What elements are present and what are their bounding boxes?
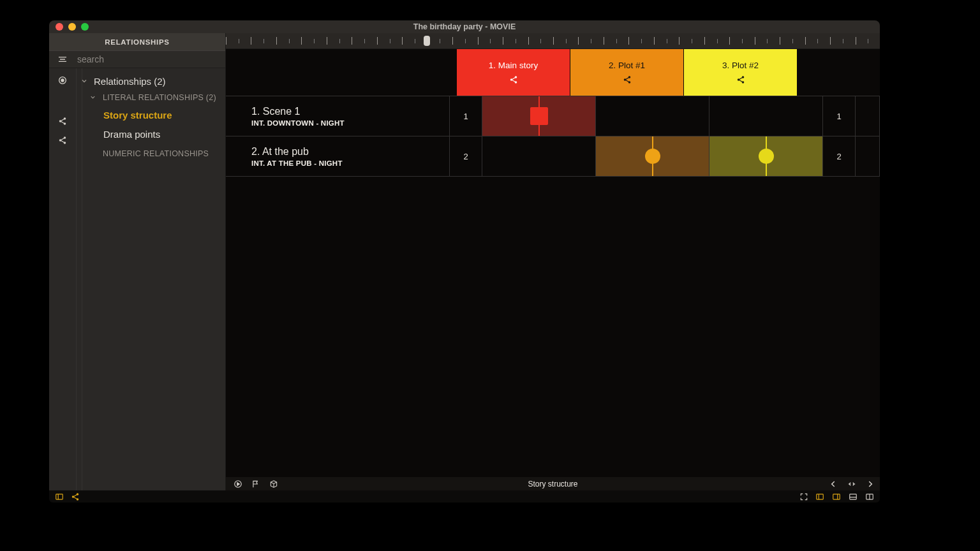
svg-marker-21	[237, 482, 240, 485]
group-numeric[interactable]: NUMERIC RELATIONSHIPS	[89, 146, 221, 161]
chevron-right-icon[interactable]	[866, 480, 875, 489]
app-window: The birthday party - MOVIE RELATIONSHIPS	[49, 20, 880, 503]
share-icon[interactable]	[49, 131, 76, 150]
leaf-drama-points[interactable]: Drama points	[103, 124, 221, 143]
header-num-col-right	[798, 49, 830, 96]
share-icon[interactable]	[71, 492, 80, 501]
main-footer: Story structure	[226, 477, 880, 490]
fullscreen-icon[interactable]	[799, 492, 808, 501]
plot-header-label: 3. Plot #2	[722, 61, 759, 70]
header-scene-col	[226, 49, 424, 96]
bead-square-icon[interactable]	[530, 107, 548, 125]
layout-c-icon[interactable]	[848, 492, 858, 501]
plot-header-3[interactable]: 3. Plot #2	[684, 49, 798, 96]
svg-rect-27	[817, 494, 824, 499]
tree-root[interactable]: Relationships (2)	[80, 72, 221, 90]
svg-point-4	[61, 79, 64, 82]
plot-header-label: 1. Main story	[489, 61, 538, 70]
share-icon[interactable]	[49, 112, 76, 131]
plot-cell-2[interactable]	[596, 136, 709, 176]
tree: Relationships (2) LITERAL RELATIONSHIPS …	[77, 68, 225, 490]
plot-cell-2[interactable]	[596, 96, 709, 136]
titlebar: The birthday party - MOVIE	[49, 20, 880, 33]
minimize-icon[interactable]	[68, 23, 76, 31]
scene-title: 1. Scene 1	[251, 106, 301, 117]
table-row[interactable]: 2. At the pub INT. AT THE PUB - NIGHT 2 …	[226, 136, 880, 177]
tree-guide	[82, 68, 82, 490]
scene-cell[interactable]: 2. At the pub INT. AT THE PUB - NIGHT	[226, 136, 450, 176]
layout-d-icon[interactable]	[865, 492, 875, 501]
target-icon[interactable]	[49, 71, 76, 90]
row-number: 1	[450, 96, 482, 136]
play-icon[interactable]	[234, 480, 242, 489]
scene-subtitle: INT. AT THE PUB - NIGHT	[251, 159, 343, 167]
table-row[interactable]: 1. Scene 1 INT. DOWNTOWN - NIGHT 1 1	[226, 96, 880, 136]
appbar	[49, 490, 880, 503]
search-row	[49, 50, 225, 68]
leaf-story-structure[interactable]: Story structure	[103, 105, 221, 124]
scene-subtitle: INT. DOWNTOWN - NIGHT	[251, 119, 345, 127]
sheet: 1. Main story 2. Plot #1 3. Plot #2 1. S…	[226, 49, 880, 477]
menu-icon[interactable]	[49, 54, 76, 64]
plot-header-1[interactable]: 1. Main story	[457, 49, 570, 96]
plot-cell-3[interactable]	[709, 136, 823, 176]
panel-left-icon[interactable]	[54, 492, 64, 501]
tree-root-label: Relationships (2)	[94, 76, 166, 87]
rail	[49, 68, 77, 490]
svg-rect-22	[56, 494, 63, 499]
window-title: The birthday party - MOVIE	[49, 22, 880, 31]
plot-header-2[interactable]: 2. Plot #1	[570, 49, 684, 96]
row-number-right: 1	[823, 96, 856, 136]
slider-thumb[interactable]	[424, 36, 430, 46]
flag-icon[interactable]	[251, 480, 260, 489]
row-tail	[856, 96, 880, 136]
main: 1. Main story 2. Plot #1 3. Plot #2 1. S…	[226, 33, 880, 490]
group-literal[interactable]: LITERAL RELATIONSHIPS (2)	[89, 90, 221, 105]
svg-rect-29	[833, 494, 840, 499]
group-literal-label: LITERAL RELATIONSHIPS (2)	[103, 93, 216, 102]
scene-title: 2. At the pub	[251, 146, 309, 158]
cube-icon[interactable]	[269, 480, 278, 489]
plot-cell-1[interactable]	[482, 96, 596, 136]
layout-a-icon[interactable]	[815, 492, 825, 501]
scene-cell[interactable]: 1. Scene 1 INT. DOWNTOWN - NIGHT	[226, 96, 450, 136]
row-number: 2	[450, 136, 482, 176]
row-number-right: 2	[823, 136, 856, 176]
sidebar-title: RELATIONSHIPS	[49, 33, 225, 50]
group-numeric-label: NUMERIC RELATIONSHIPS	[103, 149, 209, 158]
close-icon[interactable]	[56, 23, 63, 31]
timeline-ruler[interactable]	[226, 33, 880, 49]
sidebar: RELATIONSHIPS	[49, 33, 226, 490]
chevron-down-icon	[89, 94, 98, 102]
header-tail	[830, 49, 880, 96]
plot-cell-3[interactable]	[709, 96, 823, 136]
zoom-icon[interactable]	[81, 23, 89, 31]
share-icon	[623, 75, 632, 84]
share-icon	[509, 75, 518, 84]
bead-circle-icon[interactable]	[759, 149, 774, 164]
row-tail	[856, 136, 880, 176]
layout-b-icon[interactable]	[831, 492, 842, 501]
search-input[interactable]	[76, 50, 225, 68]
header-row: 1. Main story 2. Plot #1 3. Plot #2	[226, 49, 880, 96]
plot-header-label: 2. Plot #1	[609, 61, 645, 70]
header-num-col	[424, 49, 457, 96]
share-icon	[736, 75, 745, 84]
fit-width-icon[interactable]	[847, 480, 857, 489]
chevron-left-icon[interactable]	[829, 480, 838, 489]
bead-circle-icon[interactable]	[645, 149, 660, 164]
plot-cell-1[interactable]	[482, 136, 596, 176]
footer-center-label: Story structure	[226, 480, 880, 489]
